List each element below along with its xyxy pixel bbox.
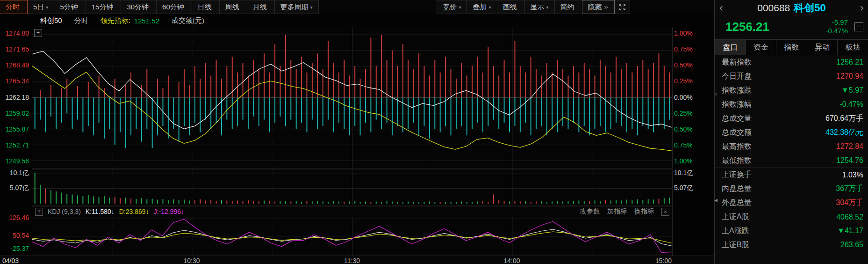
- period-button[interactable]: 月线: [247, 0, 275, 14]
- period-button-label: 周线: [225, 3, 239, 12]
- volume-pane[interactable]: [32, 169, 673, 205]
- percent-axis-label: 0.25%: [674, 110, 693, 117]
- fullscreen-button[interactable]: [614, 0, 630, 14]
- volume-axis-label: 5.07亿: [674, 184, 693, 191]
- period-button[interactable]: 5日 ▾: [27, 0, 54, 14]
- time-label: 10:30: [183, 257, 200, 264]
- kdj-title: KDJ (9,3,3): [48, 208, 81, 215]
- quote-row-label: 今日开盘: [722, 72, 752, 81]
- period-button-label: 分时: [6, 3, 20, 12]
- indicator-action-button[interactable]: 换指标: [634, 207, 654, 216]
- period-button[interactable]: 日线: [192, 0, 220, 14]
- intraday-chart: [32, 27, 672, 168]
- tool-button[interactable]: 竞价 ▾: [437, 0, 467, 14]
- kdj-chart: [32, 217, 672, 256]
- indicator-action-button[interactable]: 加指标: [607, 207, 627, 216]
- period-button-label: 60分钟: [162, 3, 184, 12]
- tool-button[interactable]: 显示 ▾: [524, 0, 555, 14]
- quote-row-label: 最高指数: [722, 142, 752, 152]
- tool-button[interactable]: 简约: [554, 0, 582, 14]
- period-button[interactable]: 更多周期 ▾: [274, 0, 319, 14]
- quote-row-label: 外盘总量: [722, 198, 752, 208]
- turnover-label: 成交额(元): [172, 16, 204, 25]
- period-button-label: 30分钟: [127, 3, 149, 12]
- main-chart-pane[interactable]: +: [32, 27, 673, 169]
- period-button[interactable]: 15分钟: [86, 0, 122, 14]
- panel-tab[interactable]: 异动: [807, 40, 838, 55]
- quote-row-value: -0.47%: [839, 100, 863, 109]
- percent-axis-label: 1.00%: [674, 158, 693, 165]
- tool-button[interactable]: 隐藏 ≫: [582, 0, 615, 14]
- prev-stock-arrow-icon[interactable]: ‹: [718, 1, 725, 15]
- quote-row-value: 367万手: [836, 184, 863, 194]
- price-axis-label: 1262.18: [5, 94, 29, 101]
- percent-axis-label: 1.00%: [674, 30, 693, 37]
- quote-row: 指数涨跌 ▼5.97: [715, 83, 868, 97]
- quote-row: 最新指数 1256.21: [715, 55, 868, 69]
- kdj-axis-label: -25.37: [10, 245, 29, 252]
- quote-row-value: 432.38亿元: [825, 128, 863, 138]
- stock-name: 科创50: [794, 1, 825, 15]
- chart-symbol-label: 科创50: [40, 16, 62, 25]
- price-change-block: -5.97 -0.47%: [825, 18, 848, 35]
- price-axis-label: 1268.49: [5, 62, 29, 69]
- lead-indicator-label: 领先指标:: [100, 16, 130, 25]
- quote-row: 总成交额 432.38亿元: [715, 125, 868, 139]
- panel-tab[interactable]: 资金: [746, 40, 777, 55]
- stock-code: 000688: [757, 2, 790, 14]
- kdj-axis-label: 126.46: [9, 214, 29, 221]
- tool-button[interactable]: 叠加 ▾: [466, 0, 497, 14]
- tool-button-label: 叠加: [473, 3, 487, 12]
- quote-rows: 最新指数 1256.21 今日开盘 1270.94 指数涨跌 ▼5.97 指数涨…: [715, 55, 868, 264]
- quote-row-value: 304万手: [836, 198, 863, 208]
- close-icon[interactable]: ×: [661, 208, 669, 216]
- period-button[interactable]: 60分钟: [156, 0, 192, 14]
- chart-title-bar: 科创50 分时 领先指标: 1251.52 成交额(元): [0, 15, 714, 26]
- panel-tabs: 盘口 资金 指数 异动 板块: [715, 39, 868, 55]
- period-button-label: 5日: [33, 3, 44, 12]
- price-axis-label: 1255.87: [5, 126, 29, 133]
- percent-axis-label: 0.75%: [674, 142, 693, 149]
- minimize-button[interactable]: −: [854, 22, 863, 31]
- period-button[interactable]: 30分钟: [121, 0, 157, 14]
- indicator-action-button[interactable]: 改参数: [580, 207, 600, 216]
- quote-row: 上A涨跌 ▼41.17: [715, 224, 868, 238]
- panel-tab[interactable]: 板块: [838, 40, 868, 55]
- volume-axis-label: 10.1亿: [10, 169, 29, 176]
- period-button[interactable]: 周线: [219, 0, 247, 14]
- next-stock-arrow-icon[interactable]: ›: [859, 1, 865, 15]
- tool-button[interactable]: 画线: [497, 0, 525, 14]
- period-toolbar: 分时 5日 ▾ 5分钟 15分钟 30分钟: [0, 0, 714, 15]
- time-label: 11:30: [344, 257, 360, 264]
- period-button-label: 5分钟: [60, 3, 78, 12]
- quote-row: 最高指数 1272.84: [715, 139, 868, 154]
- chevron-down-icon: ▾: [46, 5, 48, 10]
- help-icon[interactable]: ?: [35, 208, 43, 216]
- period-button[interactable]: 分时: [0, 0, 28, 14]
- price-axis-label: 1271.65: [5, 46, 29, 53]
- panel-tab[interactable]: 指数: [776, 40, 807, 55]
- kdj-k-value: K:11.580↓: [86, 208, 115, 215]
- quote-row-value: 263.65: [840, 241, 863, 249]
- zoom-in-button[interactable]: +: [34, 29, 42, 37]
- quote-row: 今日开盘 1270.94: [715, 69, 868, 83]
- price-axis-label: 1259.02: [5, 110, 29, 117]
- quote-row-value: 1254.76: [836, 156, 863, 165]
- period-button-label: 月线: [253, 3, 267, 12]
- period-button[interactable]: 5分钟: [54, 0, 86, 14]
- price-summary: 1256.21 -5.97 -0.47% −: [715, 16, 868, 37]
- price-axis-label: 1252.71: [5, 142, 29, 149]
- kdj-j-value: J:-12.996↓: [154, 208, 184, 215]
- tool-button-label: 简约: [560, 3, 574, 12]
- chevron-down-icon: ▾: [546, 5, 549, 10]
- quote-row: 上证A股 4068.52: [715, 210, 868, 224]
- panel-tab[interactable]: 盘口: [715, 40, 746, 55]
- quote-row-value: 670.64万手: [825, 114, 863, 124]
- chart-period-label: 分时: [74, 16, 88, 25]
- quote-row-label: 上证A股: [722, 212, 749, 222]
- chevron-down-icon: ≫: [604, 5, 609, 10]
- tool-button-label: 竞价: [443, 3, 457, 12]
- stock-title-bar: ‹ 000688 科创50 ›: [715, 0, 868, 16]
- quote-row: 外盘总量 304万手: [715, 196, 868, 210]
- quote-row-label: 总成交量: [722, 114, 752, 124]
